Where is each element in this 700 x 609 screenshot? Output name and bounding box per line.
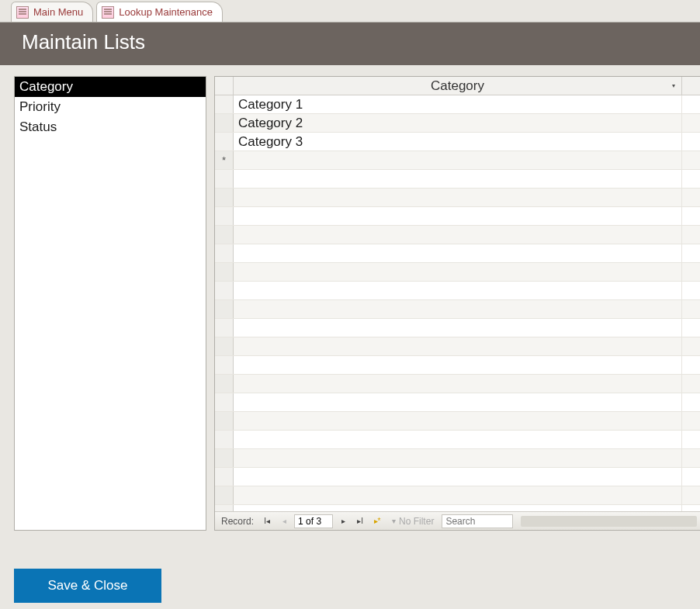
search-input[interactable] [442,514,513,528]
table-row[interactable]: Category 2 [215,114,700,133]
column-header-category[interactable]: Category ▾ [234,77,681,95]
page-title: Maintain Lists [22,30,686,54]
tab-main-menu[interactable]: Main Menu [11,2,93,22]
datasheet: Category ▾ Category 1 Category 2 Categor… [214,76,700,531]
sidebar-item-status[interactable]: Status [15,117,206,137]
cell-trailing [681,151,700,169]
work-area: Category Priority Status Category ▾ Cate… [0,65,700,532]
grid-body: Category 1 Category 2 Category 3 * [215,95,700,511]
cell-trailing [681,133,700,151]
form-icon [16,6,29,19]
page-header: Maintain Lists [0,22,700,65]
sidebar-item-priority[interactable]: Priority [15,97,206,117]
tabs-bar: Main Menu Lookup Maintenance [0,0,700,22]
row-selector[interactable] [215,114,234,132]
lookup-type-list[interactable]: Category Priority Status [14,76,206,531]
cell-trailing [681,95,700,113]
no-filter-indicator[interactable]: ▾ No Filter [387,516,438,527]
cell-value[interactable]: Category 3 [234,133,681,151]
row-selector[interactable] [215,95,234,113]
grid-header: Category ▾ [215,77,700,95]
cell-value[interactable]: Category 2 [234,114,681,132]
tab-label: Main Menu [33,6,83,18]
form-icon [102,6,114,19]
nav-next-button[interactable]: ▸ [336,514,350,528]
new-record-row[interactable]: * [215,151,700,170]
column-trailing [681,77,700,95]
filter-icon: ▾ [392,517,396,525]
new-record-icon: * [215,151,234,169]
row-selector[interactable] [215,133,234,151]
record-navigator: Record: I◂ ◂ ▸ ▸I ▸* ▾ No Filter [215,511,700,530]
sidebar-item-category[interactable]: Category [15,77,206,97]
footer-actions: Save & Close [14,569,161,603]
nav-first-button[interactable]: I◂ [260,514,274,528]
cell-new[interactable] [234,151,681,169]
nav-last-button[interactable]: ▸I [353,514,367,528]
record-label: Record: [218,516,257,527]
nav-new-button[interactable]: ▸* [370,514,384,528]
nav-scrollbar-track[interactable] [521,516,697,527]
cell-value[interactable]: Category 1 [234,95,681,113]
tab-lookup-maintenance[interactable]: Lookup Maintenance [96,2,223,22]
save-close-button[interactable]: Save & Close [14,569,161,603]
empty-rows [215,170,700,511]
tab-label: Lookup Maintenance [119,6,213,18]
record-position-input[interactable] [294,514,333,528]
cell-trailing [681,114,700,132]
column-header-label: Category [431,78,484,93]
select-all-box[interactable] [215,77,234,95]
nav-prev-button[interactable]: ◂ [277,514,291,528]
table-row[interactable]: Category 1 [215,95,700,114]
table-row[interactable]: Category 3 [215,133,700,151]
chevron-down-icon[interactable]: ▾ [672,77,675,95]
